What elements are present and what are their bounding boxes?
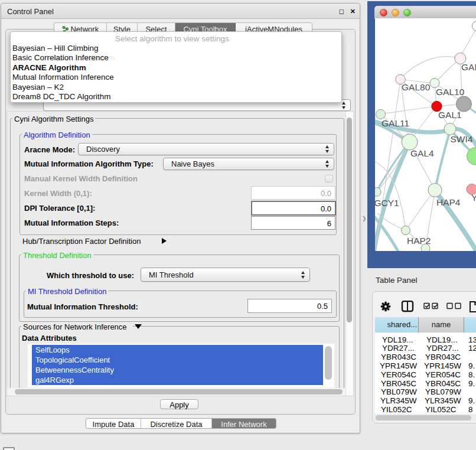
svg-text:GCY1: GCY1 bbox=[375, 198, 399, 208]
svg-text:Y: Y bbox=[471, 193, 476, 203]
svg-text:GAL7: GAL7 bbox=[461, 62, 476, 72]
svg-text:HAP2: HAP2 bbox=[407, 236, 431, 246]
svg-text:GAL4: GAL4 bbox=[410, 148, 434, 158]
svg-text:GAL1: GAL1 bbox=[438, 110, 462, 120]
svg-text:HAP4: HAP4 bbox=[436, 197, 461, 207]
svg-text:GAL80: GAL80 bbox=[402, 82, 431, 92]
svg-text:GAL11: GAL11 bbox=[382, 118, 409, 128]
svg-text:SWI4: SWI4 bbox=[451, 134, 473, 144]
svg-text:GAL10: GAL10 bbox=[436, 87, 465, 97]
